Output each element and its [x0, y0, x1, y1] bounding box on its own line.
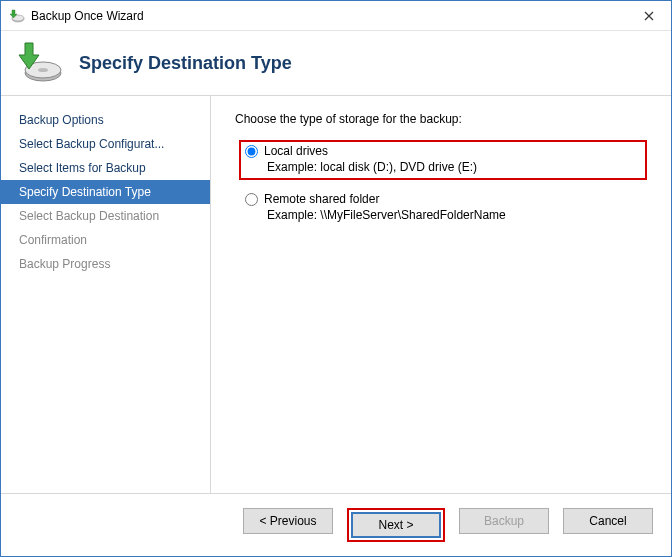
option-local-label: Local drives: [264, 144, 328, 158]
option-remote-folder[interactable]: Remote shared folder Example: \\MyFileSe…: [239, 188, 647, 228]
next-button-highlight: Next >: [347, 508, 445, 542]
next-button[interactable]: Next >: [351, 512, 441, 538]
window: Backup Once Wizard Specify Destination T…: [0, 0, 672, 557]
sidebar-item-destination-type[interactable]: Specify Destination Type: [1, 180, 210, 204]
backup-button: Backup: [459, 508, 549, 534]
previous-button[interactable]: < Previous: [243, 508, 333, 534]
option-local-example: Example: local disk (D:), DVD drive (E:): [245, 160, 641, 174]
wizard-header: Specify Destination Type: [1, 31, 671, 96]
storage-type-group: Local drives Example: local disk (D:), D…: [235, 140, 647, 236]
sidebar-item-select-configuration[interactable]: Select Backup Configurat...: [1, 132, 210, 156]
sidebar-item-select-items[interactable]: Select Items for Backup: [1, 156, 210, 180]
sidebar-item-select-destination[interactable]: Select Backup Destination: [1, 204, 210, 228]
option-remote-label: Remote shared folder: [264, 192, 379, 206]
page-title: Specify Destination Type: [79, 53, 292, 74]
titlebar: Backup Once Wizard: [1, 1, 671, 31]
option-remote-row[interactable]: Remote shared folder: [245, 192, 641, 206]
sidebar: Backup Options Select Backup Configurat.…: [1, 96, 211, 493]
svg-point-4: [38, 68, 48, 72]
main-panel: Choose the type of storage for the backu…: [211, 96, 671, 493]
sidebar-item-progress[interactable]: Backup Progress: [1, 252, 210, 276]
option-remote-example: Example: \\MyFileServer\SharedFolderName: [245, 208, 641, 222]
backup-wizard-icon: [15, 41, 63, 85]
cancel-button[interactable]: Cancel: [563, 508, 653, 534]
option-local-row[interactable]: Local drives: [245, 144, 641, 158]
sidebar-item-backup-options[interactable]: Backup Options: [1, 108, 210, 132]
wizard-body: Backup Options Select Backup Configurat.…: [1, 96, 671, 493]
backup-app-icon: [9, 8, 25, 24]
radio-remote-folder[interactable]: [245, 193, 258, 206]
wizard-footer: < Previous Next > Backup Cancel: [1, 493, 671, 556]
window-title: Backup Once Wizard: [31, 9, 626, 23]
instruction-text: Choose the type of storage for the backu…: [235, 112, 647, 126]
close-button[interactable]: [626, 1, 671, 30]
option-local-drives[interactable]: Local drives Example: local disk (D:), D…: [239, 140, 647, 180]
sidebar-item-confirmation[interactable]: Confirmation: [1, 228, 210, 252]
radio-local-drives[interactable]: [245, 145, 258, 158]
